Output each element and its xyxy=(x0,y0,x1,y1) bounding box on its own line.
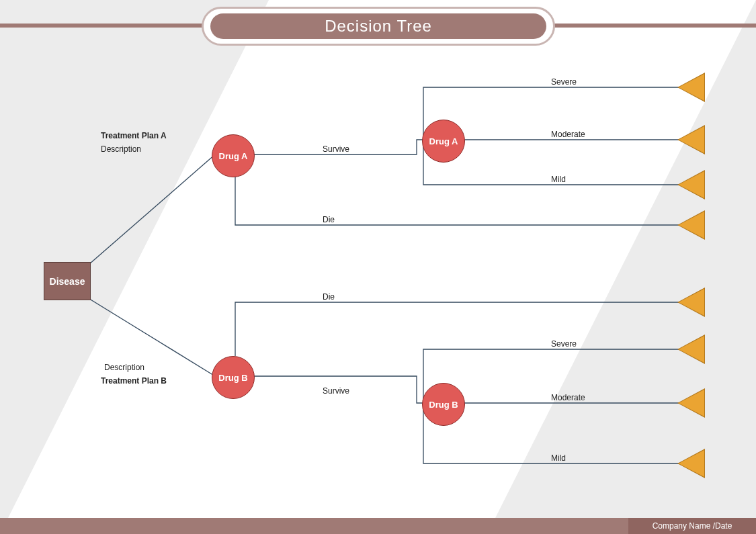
edge-a-moderate: Moderate xyxy=(551,130,585,139)
node-drug-b-2: Drug B xyxy=(422,383,465,426)
svg-line-0 xyxy=(84,154,215,269)
edge-a-survive: Survive xyxy=(323,144,349,154)
root-node-disease: Disease xyxy=(44,262,91,300)
edge-b-die: Die xyxy=(323,292,335,302)
connectors xyxy=(0,0,756,534)
terminal-a-moderate xyxy=(679,126,704,153)
terminal-a-mild xyxy=(679,171,704,198)
footer-company-date: Company Name /Date xyxy=(628,518,756,534)
edge-b-mild: Mild xyxy=(551,453,566,463)
edge-b-severe: Severe xyxy=(551,339,577,349)
terminal-b-die xyxy=(679,289,704,316)
edge-b-survive: Survive xyxy=(323,386,349,396)
terminal-a-severe xyxy=(679,74,704,101)
terminal-a-die xyxy=(679,212,704,238)
plan-b-desc: Description xyxy=(104,363,144,372)
plan-a-title: Treatment Plan A xyxy=(101,131,167,140)
node-drug-a-1: Drug A xyxy=(212,134,255,177)
diagram-canvas: Decision Tree Disease Tre xyxy=(0,0,756,534)
terminal-b-mild xyxy=(679,450,704,477)
edge-a-die: Die xyxy=(323,215,335,224)
terminal-b-severe xyxy=(679,336,704,363)
terminal-b-moderate xyxy=(679,390,704,416)
plan-a-desc: Description xyxy=(101,144,141,154)
node-drug-a-2: Drug A xyxy=(422,120,465,163)
plan-b-title: Treatment Plan B xyxy=(101,376,167,386)
edge-a-mild: Mild xyxy=(551,175,566,184)
edge-b-moderate: Moderate xyxy=(551,393,585,402)
edge-a-severe: Severe xyxy=(551,77,577,87)
node-drug-b-1: Drug B xyxy=(212,356,255,399)
